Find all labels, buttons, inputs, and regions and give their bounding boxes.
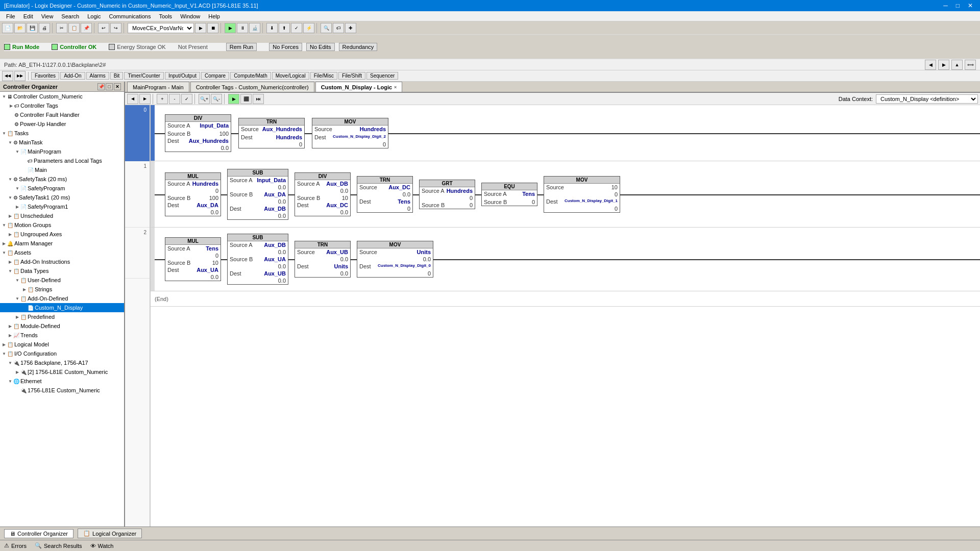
bottom-tab-logical[interactable]: 📋 Logical Organizer — [78, 529, 142, 538]
tb-new[interactable]: 📄 — [2, 23, 13, 33]
seq-btn[interactable]: Sequencer — [366, 72, 398, 80]
toggle-safetytask1[interactable]: ▼ — [7, 194, 13, 201]
toggle-addon[interactable]: ▶ — [7, 259, 13, 265]
compare-btn[interactable]: Compare — [201, 72, 229, 80]
tab-controller-tags[interactable]: Controller Tags - Custom_Numeric(control… — [190, 82, 314, 92]
trn-block-1[interactable]: TRN SourceAux_DC 0.0 DestTens 0 — [357, 176, 413, 213]
menu-search[interactable]: Search — [57, 12, 83, 20]
menu-window[interactable]: Window — [176, 12, 204, 20]
tree-tasks[interactable]: ▼ 📋 Tasks — [0, 129, 124, 138]
maximize-btn[interactable]: □ — [953, 1, 963, 11]
toggle-safetytask[interactable]: ▼ — [7, 176, 13, 182]
tree-strings[interactable]: ▶ 📋 Strings — [0, 285, 124, 294]
tree-ungrouped-axes[interactable]: ▶ 📋 Ungrouped Axes — [0, 230, 124, 239]
lt-run[interactable]: ▶ — [228, 94, 239, 104]
fav-btn[interactable]: Favorites — [31, 72, 59, 80]
nav-up[interactable]: ▲ — [951, 60, 963, 70]
tb-save[interactable]: 💾 — [27, 23, 38, 33]
lt-step[interactable]: ⏭ — [253, 94, 264, 104]
tab-custom-display[interactable]: Custom_N_Display - Logic × — [315, 82, 403, 92]
lt-btn1[interactable]: ◀ — [127, 94, 138, 104]
tree-motion-groups[interactable]: ▼ 📋 Motion Groups — [0, 220, 124, 230]
status-watch[interactable]: 👁 Watch — [90, 543, 114, 549]
io-btn[interactable]: Input/Output — [165, 72, 200, 80]
close-btn[interactable]: ✕ — [965, 1, 976, 11]
toggle-assets[interactable]: ▼ — [1, 249, 7, 256]
toggle-userdefined[interactable]: ▼ — [14, 277, 20, 283]
grt-block-1[interactable]: GRT Source AHundreds 0 Source B0 — [419, 180, 475, 209]
tree-custom-n-display[interactable]: ▶ 📄 Custom_N_Display — [0, 303, 124, 312]
tree-params[interactable]: ▶ 🏷 Parameters and Local Tags — [0, 156, 124, 165]
nav-fwd[interactable]: ▶ — [938, 60, 949, 70]
toggle-controller[interactable]: ▼ — [1, 93, 7, 99]
it-btn2[interactable]: ▶▶ — [14, 71, 26, 81]
tree-alarm-manager[interactable]: ▶ 🔔 Alarm Manager — [0, 239, 124, 248]
lt-zoom-in[interactable]: 🔍+ — [199, 94, 210, 104]
toggle-l81e[interactable]: ▶ — [14, 369, 20, 375]
tree-logical-model[interactable]: ▶ 📋 Logical Model — [0, 340, 124, 349]
lt-new-rung[interactable]: + — [157, 94, 168, 104]
sub-block-1[interactable]: SUB Source AInput_Data 0.0 Source BAux_D… — [227, 169, 288, 220]
toggle-module-defined[interactable]: ▶ — [7, 323, 13, 329]
tab-main-program[interactable]: MainProgram - Main — [127, 82, 189, 92]
toggle-tasks[interactable]: ▼ — [1, 130, 7, 136]
nav-back[interactable]: ◀ — [925, 60, 936, 70]
sub-block-2[interactable]: SUB Source AAux_DB 0.0 Source BAux_UA 0.… — [227, 234, 288, 285]
mul-block-1[interactable]: MUL Source AHundreds 0 Source B100 DestA… — [165, 172, 221, 216]
lt-del-rung[interactable]: - — [169, 94, 180, 104]
tb-go[interactable]: ▶ — [195, 23, 206, 33]
div-block-0[interactable]: DIV Source A Input_Data Source B — [165, 114, 231, 152]
toggle-mainprogram[interactable]: ▼ — [14, 148, 20, 155]
tb-prog[interactable]: ⏸ — [237, 23, 248, 33]
compute-btn[interactable]: Compute/Math — [230, 72, 271, 80]
tree-unscheduled[interactable]: ▶ 📋 Unscheduled — [0, 211, 124, 220]
toggle-io[interactable]: ▼ — [1, 350, 7, 357]
equ-block-1[interactable]: EQU Source ATens Source B0 — [481, 183, 537, 206]
addon-btn[interactable]: Add-On — [60, 72, 85, 80]
toggle-datatypes[interactable]: ▼ — [7, 268, 13, 274]
toggle-motion[interactable]: ▼ — [1, 222, 7, 228]
tb-verify[interactable]: ✓ — [291, 23, 302, 33]
tb-dl[interactable]: ⬇ — [266, 23, 278, 33]
toggle-predefined[interactable]: ▶ — [14, 314, 20, 320]
tree-maintask[interactable]: ▼ ⚙ MainTask — [0, 138, 124, 147]
tb-ul[interactable]: ⬆ — [279, 23, 290, 33]
tree-predefined[interactable]: ▶ 📋 Predefined — [0, 312, 124, 321]
toggle-backplane[interactable]: ▼ — [7, 360, 13, 366]
toggle-ctags[interactable]: ▶ — [8, 103, 14, 109]
tree-controller-tags[interactable]: ▶ 🏷 Controller Tags — [0, 101, 124, 110]
toggle-trends[interactable]: ▶ — [7, 332, 13, 338]
tb-tag[interactable]: 🏷 — [333, 23, 344, 33]
tree-fault-handler[interactable]: ▶ ⚙ Controller Fault Handler — [0, 110, 124, 119]
menu-communications[interactable]: Communications — [105, 12, 155, 20]
nav-controls[interactable]: ◀ ▶ ▲ ⟺ — [925, 60, 976, 70]
tb-open[interactable]: 📂 — [14, 23, 26, 33]
menu-logic[interactable]: Logic — [83, 12, 105, 20]
file-shift-btn[interactable]: File/Shift — [338, 72, 365, 80]
toggle-strings[interactable]: ▶ — [21, 286, 28, 292]
div-block-1[interactable]: DIV Source AAux_DB 0.0 Source B10 DestAu… — [295, 172, 351, 216]
toolbar-dropdown[interactable]: MoveCEx_PosVarNo — [128, 23, 194, 33]
tree-module-defined[interactable]: ▶ 📋 Module-Defined — [0, 321, 124, 331]
tree-user-defined[interactable]: ▼ 📋 User-Defined — [0, 276, 124, 285]
tb-stop[interactable]: ⏹ — [207, 23, 218, 33]
toggle-unscheduled[interactable]: ▶ — [7, 213, 13, 219]
tree-trends[interactable]: ▶ 📈 Trends — [0, 331, 124, 340]
tree-ethernet-device[interactable]: ▶ 🔌 1756-L81E Custom_Numeric — [0, 386, 124, 395]
panel-close[interactable]: ✕ — [114, 83, 121, 90]
move-btn[interactable]: Move/Logical — [272, 72, 309, 80]
lt-test[interactable]: ⬛ — [240, 94, 252, 104]
toggle-ethernet[interactable]: ▼ — [7, 378, 13, 384]
toggle-safetyprogram1[interactable]: ▶ — [14, 204, 20, 210]
tree-addon-defined[interactable]: ▼ 📋 Add-On-Defined — [0, 294, 124, 303]
status-search[interactable]: 🔍 Search Results — [35, 542, 82, 549]
tb-copy[interactable]: 📋 — [68, 23, 80, 33]
dc-dropdown[interactable]: Custom_N_Display <definition> — [876, 94, 978, 104]
tb-redo[interactable]: ↪ — [110, 23, 121, 33]
alarms-btn[interactable]: Alarms — [86, 72, 109, 80]
tb-cut[interactable]: ✂ — [56, 23, 67, 33]
tree-safetyprogram1[interactable]: ▶ 📄 SafetyProgram1 — [0, 202, 124, 211]
panel-pin[interactable]: 📌 — [97, 83, 105, 90]
tree-safetyprogram[interactable]: ▼ 📄 SafetyProgram — [0, 184, 124, 193]
tb-test[interactable]: 🔬 — [249, 23, 260, 33]
